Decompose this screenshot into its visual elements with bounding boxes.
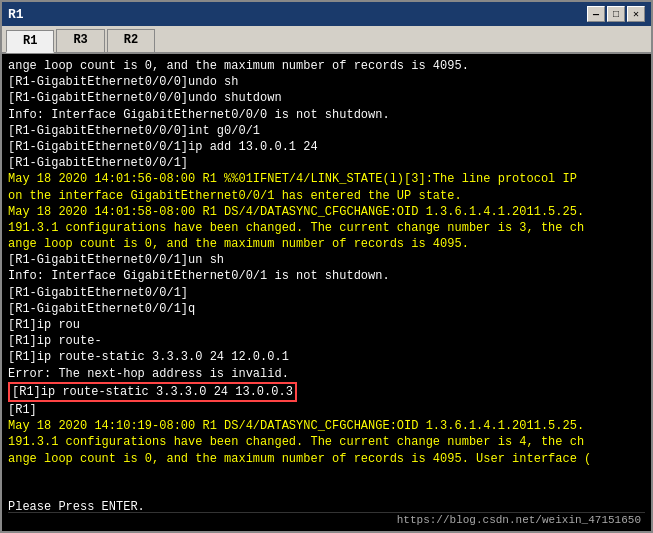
line-20: Error: The next-hop address is invalid. [8,366,645,382]
line-15: [R1-GigabitEthernet0/0/1] [8,285,645,301]
close-button[interactable]: ✕ [627,6,645,22]
line-28: Please Press ENTER. [8,499,645,512]
line-4: Info: Interface GigabitEthernet0/0/0 is … [8,107,645,123]
line-13: [R1-GigabitEthernet0/0/1]un sh [8,252,645,268]
line-7: [R1-GigabitEthernet0/0/1] [8,155,645,171]
line-17: [R1]ip rou [8,317,645,333]
tab-r2[interactable]: R2 [107,29,155,52]
line-14: Info: Interface GigabitEthernet0/0/1 is … [8,268,645,284]
line-26 [8,467,645,483]
title-bar-left: R1 [8,7,24,22]
highlighted-command: [R1]ip route-static 3.3.3.0 24 13.0.0.3 [8,382,297,402]
line-11: 191.3.1 configurations have been changed… [8,220,645,236]
line-1: ange loop count is 0, and the maximum nu… [8,58,645,74]
line-21-boxed: [R1]ip route-static 3.3.3.0 24 13.0.0.3 [8,382,645,402]
tab-bar: R1 R3 R2 [2,26,651,54]
line-8: May 18 2020 14:01:56-08:00 R1 %%01IFNET/… [8,171,645,187]
line-16: [R1-GigabitEthernet0/0/1]q [8,301,645,317]
line-19: [R1]ip route-static 3.3.3.0 24 12.0.0.1 [8,349,645,365]
terminal-area[interactable]: ange loop count is 0, and the maximum nu… [2,54,651,531]
line-2: [R1-GigabitEthernet0/0/0]undo sh [8,74,645,90]
tab-r3[interactable]: R3 [56,29,104,52]
status-bar: https://blog.csdn.net/weixin_47151650 [8,512,645,527]
line-6: [R1-GigabitEthernet0/0/1]ip add 13.0.0.1… [8,139,645,155]
line-5: [R1-GigabitEthernet0/0/0]int g0/0/1 [8,123,645,139]
line-18: [R1]ip route- [8,333,645,349]
line-27 [8,483,645,499]
line-3: [R1-GigabitEthernet0/0/0]undo shutdown [8,90,645,106]
line-10: May 18 2020 14:01:58-08:00 R1 DS/4/DATAS… [8,204,645,220]
line-9: on the interface GigabitEthernet0/0/1 ha… [8,188,645,204]
line-22: [R1] [8,402,645,418]
minimize-button[interactable]: — [587,6,605,22]
maximize-button[interactable]: □ [607,6,625,22]
window-title: R1 [8,7,24,22]
line-12: ange loop count is 0, and the maximum nu… [8,236,645,252]
main-window: R1 — □ ✕ R1 R3 R2 ange loop count is 0, … [0,0,653,533]
line-25: ange loop count is 0, and the maximum nu… [8,451,645,467]
tab-r1[interactable]: R1 [6,30,54,53]
line-24: 191.3.1 configurations have been changed… [8,434,645,450]
window-controls: — □ ✕ [587,6,645,22]
status-text: https://blog.csdn.net/weixin_47151650 [397,514,641,526]
line-23: May 18 2020 14:10:19-08:00 R1 DS/4/DATAS… [8,418,645,434]
title-bar: R1 — □ ✕ [2,2,651,26]
terminal-content: ange loop count is 0, and the maximum nu… [8,58,645,512]
